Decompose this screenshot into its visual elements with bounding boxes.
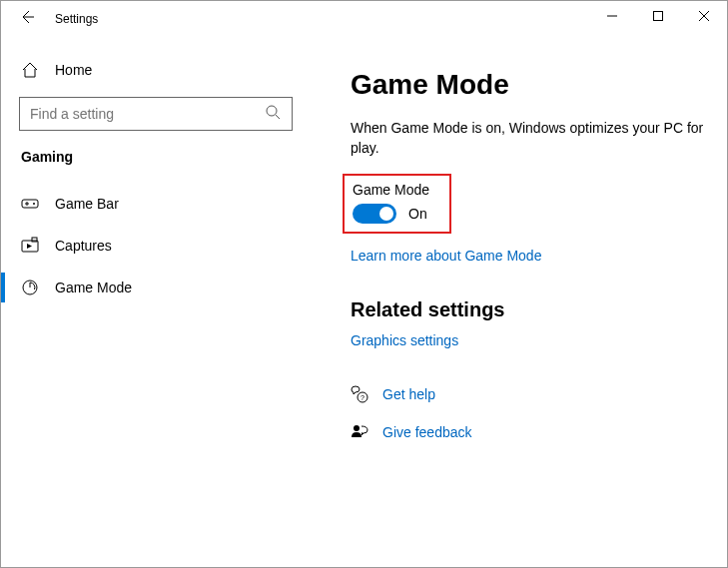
home-icon <box>21 61 39 79</box>
help-section: ? Get help Give feedback <box>351 385 705 441</box>
toggle-label: Game Mode <box>353 182 429 198</box>
svg-rect-7 <box>22 200 38 208</box>
home-label: Home <box>55 62 92 78</box>
svg-rect-2 <box>654 12 663 21</box>
window-controls <box>589 1 727 31</box>
graphics-settings-link[interactable]: Graphics settings <box>351 332 458 348</box>
search-input[interactable] <box>19 97 293 131</box>
home-nav[interactable]: Home <box>1 55 311 85</box>
game-mode-toggle[interactable] <box>353 204 396 224</box>
game-mode-icon <box>21 279 39 296</box>
toggle-state: On <box>408 206 427 222</box>
close-button[interactable] <box>681 1 727 31</box>
page-title: Game Mode <box>351 69 705 101</box>
svg-point-18 <box>354 425 360 431</box>
content-area: Home Gaming Game Bar Captures <box>1 37 727 567</box>
nav-game-bar[interactable]: Game Bar <box>1 183 311 225</box>
captures-icon <box>21 237 39 255</box>
titlebar-left: Settings <box>1 1 98 29</box>
main-panel: Game Mode When Game Mode is on, Windows … <box>311 37 727 567</box>
learn-more-link[interactable]: Learn more about Game Mode <box>351 248 541 264</box>
nav-game-mode[interactable]: Game Mode <box>1 267 311 308</box>
toggle-row: On <box>353 204 429 224</box>
get-help-row[interactable]: ? Get help <box>351 385 705 403</box>
nav-label: Game Bar <box>55 196 119 212</box>
game-bar-icon <box>21 195 39 213</box>
page-description: When Game Mode is on, Windows optimizes … <box>351 119 705 158</box>
search-wrap <box>19 97 293 131</box>
feedback-icon <box>351 423 368 441</box>
nav-captures[interactable]: Captures <box>1 225 311 267</box>
feedback-row[interactable]: Give feedback <box>351 423 705 441</box>
maximize-button[interactable] <box>635 1 681 31</box>
svg-text:?: ? <box>361 394 364 401</box>
titlebar: Settings <box>1 1 727 37</box>
sidebar: Home Gaming Game Bar Captures <box>1 37 311 567</box>
help-icon: ? <box>351 385 368 403</box>
nav-label: Game Mode <box>55 280 132 295</box>
get-help-link[interactable]: Get help <box>382 386 435 402</box>
category-header: Gaming <box>1 149 311 183</box>
svg-point-10 <box>33 203 35 205</box>
highlight-annotation: Game Mode On <box>343 174 451 234</box>
back-button[interactable] <box>7 9 47 29</box>
related-header: Related settings <box>351 298 705 321</box>
app-title: Settings <box>47 12 98 26</box>
feedback-link[interactable]: Give feedback <box>382 424 472 440</box>
svg-marker-13 <box>27 244 32 249</box>
nav-label: Captures <box>55 238 112 254</box>
minimize-button[interactable] <box>589 1 635 31</box>
